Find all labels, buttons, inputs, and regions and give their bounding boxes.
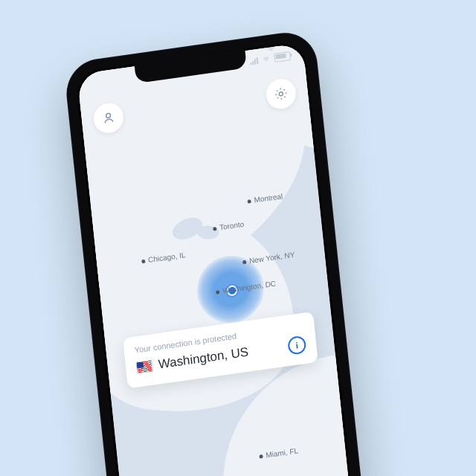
flag-icon-us bbox=[135, 360, 152, 374]
cellular-icon bbox=[250, 57, 259, 65]
gear-icon bbox=[273, 86, 289, 103]
svg-point-1 bbox=[106, 113, 110, 118]
svg-point-2 bbox=[279, 91, 283, 96]
city-dot-icon bbox=[141, 260, 145, 264]
city-dot-icon bbox=[213, 227, 216, 231]
svg-point-0 bbox=[266, 60, 266, 61]
info-icon[interactable] bbox=[287, 335, 306, 356]
battery-icon bbox=[274, 51, 291, 62]
app-screen: Chicago, ILTorontoMontrealNew York, NYWa… bbox=[77, 43, 355, 476]
phone-frame: Chicago, ILTorontoMontrealNew York, NYWa… bbox=[63, 28, 368, 476]
person-icon bbox=[100, 109, 117, 126]
wifi-icon bbox=[261, 55, 271, 64]
city-dot-icon bbox=[216, 290, 219, 295]
city-dot-icon bbox=[259, 454, 263, 459]
city-dot-icon bbox=[242, 260, 246, 265]
city-dot-icon bbox=[247, 199, 251, 204]
